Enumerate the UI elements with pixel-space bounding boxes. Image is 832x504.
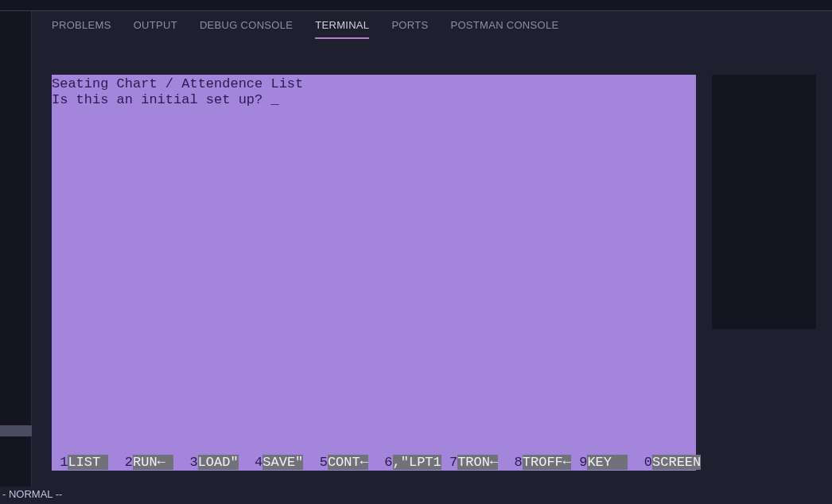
fkey-num: 4	[239, 455, 263, 470]
tab-output[interactable]: OUTPUT	[134, 19, 177, 39]
fkey-num: 9	[571, 455, 587, 470]
top-bar	[0, 0, 832, 11]
fkey-num: 6	[368, 455, 393, 470]
fkey-num: 0	[628, 455, 652, 470]
terminal-line-1: Seating Chart / Attendence List	[52, 76, 696, 92]
tab-ports[interactable]: PORTS	[391, 19, 428, 39]
status-bar: - NORMAL --	[0, 487, 832, 504]
right-panel	[712, 75, 816, 329]
fkey-label: LOAD"	[198, 455, 239, 470]
panel-tabs: PROBLEMS OUTPUT DEBUG CONSOLE TERMINAL P…	[32, 11, 832, 47]
function-keys-bar: 1LIST 2RUN← 3LOAD" 4SAVE" 5CONT← 6,"LPT1…	[52, 455, 701, 471]
tab-debug-console[interactable]: DEBUG CONSOLE	[200, 19, 293, 39]
fkey-label: LIST	[68, 455, 108, 470]
fkey-label: SAVE"	[262, 455, 303, 470]
cursor: _	[270, 92, 278, 107]
vim-mode: - NORMAL --	[2, 488, 62, 500]
sidebar-marker	[0, 425, 32, 436]
fkey-label: ,"LPT1	[393, 455, 441, 470]
fkey-label: KEY	[587, 455, 628, 470]
tab-problems[interactable]: PROBLEMS	[52, 19, 111, 39]
fkey-num: 3	[173, 455, 198, 470]
terminal-screen[interactable]: Seating Chart / Attendence List Is this …	[52, 75, 696, 471]
fkey-label: CONT←	[328, 455, 368, 470]
terminal-container: Seating Chart / Attendence List Is this …	[52, 75, 832, 471]
fkey-num: 5	[303, 455, 328, 470]
fkey-label: TRON←	[457, 455, 498, 470]
fkey-num: 7	[441, 455, 457, 470]
tab-terminal[interactable]: TERMINAL	[315, 19, 369, 39]
fkey-num: 8	[498, 455, 523, 470]
tab-postman-console[interactable]: POSTMAN CONSOLE	[450, 19, 558, 39]
activity-bar	[0, 11, 32, 487]
fkey-num: 2	[108, 455, 133, 470]
fkey-label: TROFF←	[523, 455, 571, 470]
fkey-num: 1	[52, 455, 68, 470]
terminal-line-2: Is this an initial set up? _	[52, 92, 696, 108]
fkey-label: RUN←	[133, 455, 173, 470]
fkey-label: SCREEN	[652, 455, 701, 470]
